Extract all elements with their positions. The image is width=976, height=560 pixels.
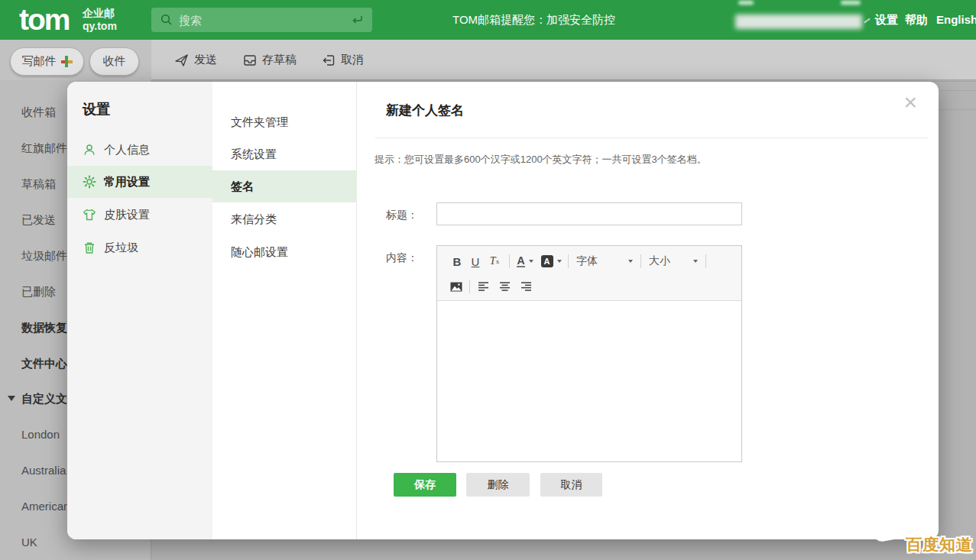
toolbar-separator — [705, 254, 706, 268]
cancel-icon — [321, 53, 336, 68]
subnav-folder-management[interactable]: 文件夹管理 — [212, 106, 357, 138]
sidebar-item-data-recovery[interactable]: 数据恢复 — [21, 321, 67, 335]
settings-modal: 设置 个人信息 常用设置 — [67, 82, 939, 539]
editor-toolbar: B U Tx A A 字体 大小 — [437, 246, 741, 301]
blur-artifact — [738, 1, 754, 5]
blur-artifact — [864, 18, 871, 24]
sidebar-item-drafts[interactable]: 草稿箱 — [21, 177, 56, 191]
sidebar-item-inbox[interactable]: 收件箱 — [21, 105, 56, 119]
nav-item-common-settings[interactable]: 常用设置 — [67, 166, 212, 198]
tshirt-icon — [83, 208, 96, 222]
font-size-dropdown[interactable]: 大小 — [646, 254, 701, 268]
app-window: tom 企业邮 qy.tom TOM邮箱提醒您：加强安全防控 设置 帮助 Eng… — [0, 0, 976, 560]
text-color-button[interactable]: A — [514, 255, 536, 267]
sidebar-item-file-center[interactable]: 文件中心 — [21, 357, 67, 371]
search-input[interactable] — [179, 14, 351, 27]
caret-down-icon — [557, 260, 562, 263]
compose-button-label: 写邮件 — [22, 54, 57, 69]
send-button[interactable]: 发送 — [174, 40, 217, 80]
person-icon — [83, 143, 96, 157]
nav-item-skin-settings[interactable]: 皮肤设置 — [67, 199, 212, 231]
signature-content-area[interactable] — [437, 301, 741, 461]
sidebar-item-uk[interactable]: UK — [21, 536, 37, 549]
align-center-button[interactable] — [496, 282, 514, 291]
settings-panel-title: 设置 — [83, 100, 110, 118]
subnav-mail-classification[interactable]: 来信分类 — [212, 203, 357, 235]
align-left-icon — [478, 282, 489, 291]
security-notice: TOM邮箱提醒您：加强安全防控 — [452, 0, 615, 40]
nav-label: 常用设置 — [104, 175, 150, 189]
nav-item-personal-info[interactable]: 个人信息 — [67, 134, 212, 166]
nav-label: 反垃圾 — [104, 241, 138, 255]
settings-subnav-panel: 文件夹管理 系统设置 签名 来信分类 随心邮设置 — [212, 82, 357, 539]
signature-form-panel: 新建个人签名 × 提示：您可设置最多600个汉字或1200个英文字符；一共可设置… — [357, 82, 939, 539]
align-right-button[interactable] — [517, 282, 536, 291]
save-button[interactable]: 保存 — [394, 473, 456, 497]
bg-color-button[interactable]: A — [539, 255, 563, 267]
align-right-icon — [521, 282, 532, 291]
caret-down-icon — [693, 260, 698, 263]
close-icon[interactable]: × — [903, 91, 917, 114]
cancel-compose-label: 取消 — [341, 53, 364, 67]
font-family-dropdown[interactable]: 字体 — [573, 254, 636, 268]
sidebar-item-australia[interactable]: Australia — [21, 464, 66, 477]
insert-image-button[interactable] — [448, 282, 465, 292]
save-draft-button[interactable]: 存草稿 — [242, 40, 297, 80]
baidu-zhidao-watermark: 百度知道 — [906, 534, 973, 555]
enter-icon — [351, 15, 363, 25]
sidebar-item-london[interactable]: London — [21, 428, 60, 442]
sidebar-item-spam[interactable]: 垃圾邮件 — [21, 249, 67, 263]
compose-button[interactable]: 写邮件 — [10, 47, 84, 76]
toolbar-separator — [469, 280, 470, 293]
brand-line2: qy.tom — [83, 20, 117, 33]
subnav-suixin-mail[interactable]: 随心邮设置 — [212, 236, 357, 268]
signature-form-title: 新建个人签名 — [386, 102, 464, 119]
delete-button[interactable]: 删除 — [466, 473, 530, 497]
trash-icon — [83, 241, 96, 254]
search-icon — [161, 14, 173, 26]
header-help-link[interactable]: 帮助 — [905, 0, 928, 40]
divider — [375, 138, 929, 138]
toolbar-left-zone: 写邮件 收件 — [0, 40, 151, 80]
bold-button[interactable]: B — [448, 255, 466, 268]
signature-title-input[interactable] — [436, 202, 742, 225]
send-icon — [174, 53, 190, 68]
underline-button[interactable]: U — [466, 255, 485, 268]
cancel-button[interactable]: 取消 — [540, 473, 602, 497]
send-label: 发送 — [194, 53, 217, 67]
toolbar-separator — [640, 254, 641, 268]
caret-down-icon — [628, 260, 633, 263]
sidebar-item-sent[interactable]: 已发送 — [21, 213, 56, 227]
sidebar-item-flagged[interactable]: 红旗邮件 — [21, 141, 67, 155]
settings-nav-panel: 设置 个人信息 常用设置 — [67, 82, 212, 539]
align-left-button[interactable] — [475, 282, 493, 291]
subnav-signature[interactable]: 签名 — [212, 170, 357, 202]
receive-button-label: 收件 — [103, 54, 126, 69]
subnav-system-settings[interactable]: 系统设置 — [212, 138, 357, 170]
caret-down-icon — [529, 260, 533, 263]
user-account-blurred — [735, 15, 862, 29]
header-language-link[interactable]: English — [936, 0, 976, 40]
cancel-compose-button[interactable]: 取消 — [321, 40, 364, 80]
compose-toolbar: 写邮件 收件 发送 存草稿 取消 — [0, 40, 976, 80]
blur-artifact — [841, 1, 861, 5]
brand-text: 企业邮 qy.tom — [83, 7, 117, 33]
gear-icon — [83, 175, 96, 189]
tom-logo: tom — [19, 2, 70, 37]
sidebar-item-deleted[interactable]: 已删除 — [21, 285, 56, 299]
brand-line1: 企业邮 — [83, 7, 117, 20]
receive-button[interactable]: 收件 — [89, 47, 139, 76]
nav-item-anti-spam[interactable]: 反垃圾 — [67, 231, 212, 264]
remove-format-button[interactable]: Tx — [485, 255, 504, 267]
plus-icon — [61, 56, 73, 67]
save-draft-icon — [242, 53, 258, 68]
chevron-down-icon — [8, 396, 15, 401]
app-header: tom 企业邮 qy.tom TOM邮箱提醒您：加强安全防控 设置 帮助 Eng… — [0, 0, 976, 40]
header-settings-link[interactable]: 设置 — [875, 0, 898, 40]
toolbar-separator — [568, 254, 569, 268]
save-draft-label: 存草稿 — [262, 53, 297, 67]
content-field-label: 内容： — [386, 251, 418, 265]
sidebar-item-american[interactable]: American — [21, 500, 70, 513]
search-box[interactable] — [151, 8, 372, 32]
image-icon — [450, 282, 462, 292]
